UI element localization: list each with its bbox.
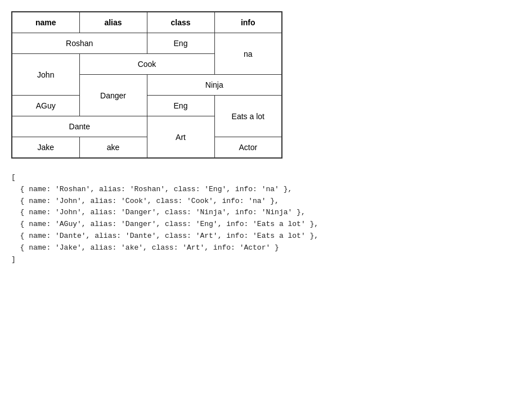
cell-john-cook-aliasclass: Cook — [79, 54, 214, 75]
table-row: AGuy Eng Eats a lot — [12, 96, 282, 116]
merged-data-table: name alias class info Roshan Eng na John… — [11, 11, 282, 159]
cell-aguy-name: AGuy — [12, 96, 79, 116]
col-header-info: info — [214, 12, 282, 33]
cell-jake-alias: ake — [79, 137, 147, 159]
cell-dante-namealias: Dante — [12, 116, 147, 137]
cell-roshan-class: Eng — [147, 33, 214, 54]
cell-ninja-classinfo: Ninja — [147, 75, 282, 96]
cell-aguy-class: Eng — [147, 96, 214, 116]
cell-roshan-info: na — [214, 33, 282, 75]
cell-jake-name: Jake — [12, 137, 79, 159]
cell-art-class: Art — [147, 116, 214, 159]
col-header-class: class — [147, 12, 214, 33]
col-header-alias: alias — [79, 12, 147, 33]
col-header-name: name — [12, 12, 79, 33]
cell-jake-info: Actor — [214, 137, 282, 159]
cell-john-name: John — [12, 54, 79, 96]
cell-danger-alias: Danger — [79, 75, 147, 116]
table-header-row: name alias class info — [12, 12, 282, 33]
code-block: [ { name: 'Roshan', alias: 'Roshan', cla… — [11, 172, 505, 265]
cell-eatslot-info: Eats a lot — [214, 96, 282, 137]
cell-roshan-namealias: Roshan — [12, 33, 147, 54]
table-row: Roshan Eng na — [12, 33, 282, 54]
